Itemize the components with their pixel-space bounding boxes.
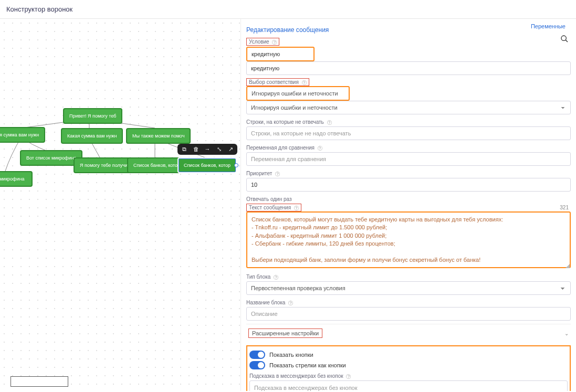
panel-title: Редактирование сообщения xyxy=(246,19,571,38)
page-title: Конструктор воронок xyxy=(0,0,576,19)
match-select-hl: Игнорируя ошибки и неточности xyxy=(246,86,350,101)
edit-panel: Переменные Редактирование сообщения Усло… xyxy=(240,19,576,391)
canvas-node-selected[interactable]: Список банков, котор xyxy=(177,157,237,173)
skip-lines-input[interactable] xyxy=(246,126,571,140)
text-label: Текст сообщения ? xyxy=(246,204,301,211)
message-text[interactable] xyxy=(246,211,571,268)
chevron-down-icon: ⌄ xyxy=(564,331,569,336)
advanced-label: Расширенные настройки xyxy=(248,329,322,338)
show-buttons-label: Показать кнопки xyxy=(269,352,313,358)
svg-line-1 xyxy=(565,40,568,42)
block-name-input[interactable] xyxy=(246,307,571,321)
block-type-label: Тип блока ? xyxy=(246,272,278,281)
match-select[interactable]: Игнорируя ошибки и неточности xyxy=(246,101,571,114)
canvas-node[interactable]: Мы также можем помоч xyxy=(126,128,191,144)
canvas-node[interactable]: кая сумма вам нужн xyxy=(0,127,45,143)
block-type-select[interactable]: Первостепенная проверка условия xyxy=(246,281,571,295)
canvas-bottom-box xyxy=(11,376,68,387)
compare-var-input[interactable] xyxy=(246,152,571,166)
collapse-icon[interactable]: ⤡ xyxy=(215,146,223,153)
condition-input[interactable] xyxy=(246,47,315,61)
variables-link[interactable]: Переменные xyxy=(531,23,565,29)
match-label: Выбор соответствия ? xyxy=(246,78,309,86)
show-buttons-toggle[interactable] xyxy=(249,351,265,359)
funnel-canvas[interactable]: Привет! Я помогу теб кая сумма вам нужн … xyxy=(0,19,240,391)
advanced-accordion[interactable]: Расширенные настройки ⌄ xyxy=(246,324,571,342)
block-name-label: Название блока ? xyxy=(246,298,293,307)
compare-var-label: Переменная для сравнения ? xyxy=(246,143,322,152)
condition-label: Условие ? xyxy=(246,38,279,46)
node-toolbar: ⧉ 🗑 → ⤡ ↗ xyxy=(177,144,237,155)
share-icon[interactable]: ↗ xyxy=(227,146,234,153)
node-port[interactable] xyxy=(234,163,238,167)
search-icon[interactable] xyxy=(560,35,569,43)
once-label: Отвечать один раз xyxy=(246,195,292,204)
hint-label: Подсказка в мессенджерах без кнопок ? xyxy=(249,372,351,380)
char-count: 321 xyxy=(560,205,569,210)
canvas-node[interactable]: Какая сумма вам нужн xyxy=(61,128,123,144)
canvas-node[interactable]: Привет! Я помогу теб xyxy=(63,108,122,124)
priority-label: Приоритет ? xyxy=(246,169,280,178)
hint-input[interactable] xyxy=(249,380,568,391)
canvas-node[interactable]: ок микрофина xyxy=(0,171,33,187)
canvas-node-label: Список банков, котор xyxy=(184,163,231,168)
skip-lines-label: Строки, на которые не отвечать ? xyxy=(246,118,332,126)
show-arrows-toggle[interactable] xyxy=(249,361,265,369)
priority-input[interactable] xyxy=(246,178,571,192)
show-arrows-label: Показать стрелки как кнопки xyxy=(269,362,346,368)
copy-icon[interactable]: ⧉ xyxy=(181,146,188,153)
svg-point-0 xyxy=(561,36,566,40)
canvas-node[interactable]: Я помогу тебе получи xyxy=(74,157,134,173)
condition-input-full[interactable] xyxy=(246,61,571,75)
arrow-icon[interactable]: → xyxy=(204,146,211,153)
trash-icon[interactable]: 🗑 xyxy=(192,146,200,153)
